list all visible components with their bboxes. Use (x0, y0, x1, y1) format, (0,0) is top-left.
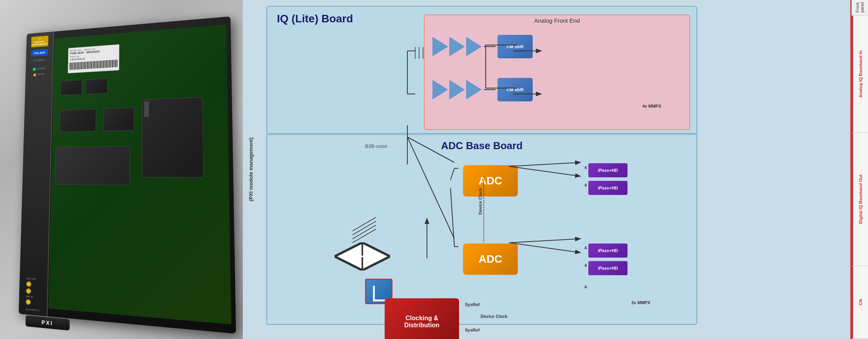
adc-top: ADC (463, 165, 518, 197)
cm-shift-bot: CM shift (497, 78, 533, 101)
pcb-chip-5 (142, 97, 204, 178)
sysref-bot-label: SysRef (465, 328, 479, 332)
mmpx-bot-label: 2x MMPX (631, 300, 650, 305)
iq-board-title: IQ (Lite) Board (277, 13, 353, 25)
cm-shift-top: CM shift (497, 35, 533, 58)
ipass-bot-1: iPass+HD (588, 243, 627, 258)
filter-tri-6 (466, 80, 482, 99)
afe-title: Analog Front End (534, 17, 580, 24)
connector-ports: REF OUT REF IN ALL PORTS ⚠ (25, 277, 40, 312)
label-sticker: MODEL NO. SERIAL NO. PXIE-3630 MRXD003 P… (68, 44, 119, 73)
pcb-chip-1 (60, 80, 82, 96)
pcb-chip-main (55, 146, 130, 185)
digital-iq-section: Digital IQ Baseband Out (852, 133, 868, 266)
adc-base-title: ADC Base Board (441, 140, 523, 152)
subtitle-label: IQ Digitizer (33, 58, 45, 61)
sysref-top-label: SysRef (465, 302, 479, 307)
analog-iq-section: Analog IQ Baseband In (852, 16, 868, 133)
pcb-chip-2 (85, 78, 108, 94)
filter-tri-2 (449, 37, 465, 56)
pxi-handle: PXI (25, 315, 70, 330)
front-panel: ⚡ NATIONALINSTRUMENTS PXIe-3630 IQ Digit… (19, 32, 54, 317)
count-1: 4 (584, 165, 587, 170)
clk-section: Clk (852, 266, 868, 339)
count-4: 4 (584, 263, 587, 268)
filter-row-bot: CM shift (432, 78, 533, 101)
pxi-mgmt-label: (PXI module management) (243, 0, 259, 339)
ni-logo: ⚡ NATIONALINSTRUMENTS (31, 36, 48, 47)
front-panel-label: Front panel (854, 0, 865, 15)
filter-tri-4 (432, 80, 448, 99)
pxi-card: ⚡ NATIONALINSTRUMENTS PXIe-3630 IQ Digit… (19, 16, 236, 334)
hardware-photo: ⚡ NATIONALINSTRUMENTS PXIe-3630 IQ Digit… (0, 0, 243, 339)
pcb-chip-3 (60, 109, 96, 132)
pcb-chip-4 (103, 107, 134, 131)
model-label: PXIe-3630 (34, 51, 45, 54)
adc-base-board: ADC Base Board ADC ADC Clocking & Distri… (266, 133, 697, 325)
pxi-text: PXI (42, 319, 53, 326)
filter-tri-3 (466, 37, 482, 56)
ipass-top-2: iPass+HD (588, 181, 627, 195)
front-panel-section: Front panel (852, 0, 868, 16)
count-2: 4 (584, 183, 587, 188)
analog-iq-label: Analog IQ Baseband In (857, 47, 864, 101)
adc-bot: ADC (463, 243, 518, 275)
pcb-area: MODEL NO. SERIAL NO. PXIE-3630 MRXD003 P… (49, 25, 231, 325)
mmpx-top-label: 4x MMPX (642, 104, 661, 108)
afe-box: Analog Front End CM shift (424, 14, 690, 130)
clk-side-label: Clk (857, 296, 864, 308)
filter-tri-1 (432, 37, 448, 56)
digital-iq-label: Digital IQ Baseband Out (857, 171, 864, 227)
iq-board: IQ (Lite) Board Analog Front End CM shif… (266, 6, 697, 135)
mrx-watermark: MRXD003 (50, 67, 54, 89)
main-diagram: IQ (Lite) Board Analog Front End CM shif… (259, 0, 850, 339)
device-clock-vertical: Device Clock (478, 188, 483, 215)
count-3: 4 (584, 245, 587, 250)
filter-tri-5 (449, 80, 465, 99)
pxi-mgmt-text: (PXI module management) (248, 137, 254, 201)
count-5: 4 (584, 285, 587, 289)
ipass-bot-2: iPass+HD (588, 261, 627, 275)
filter-row-top: CM shift (432, 35, 533, 58)
side-panel: Front panel Analog IQ Baseband In Digita… (850, 0, 868, 339)
clocking-box: Clocking & Distribution (385, 298, 459, 339)
diagram-area: (PXI module management) IQ (Lite) Board … (243, 0, 868, 339)
ipass-top-1: iPass+HD (588, 163, 627, 177)
device-clock-label: Device Clock (481, 314, 507, 319)
